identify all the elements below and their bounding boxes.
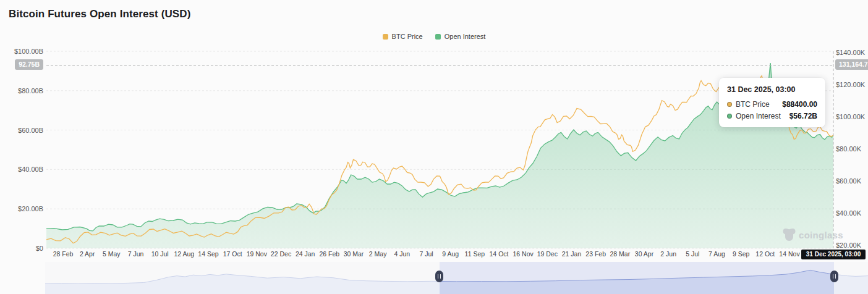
x-axis-tick-label: 7 Jul (419, 250, 433, 258)
x-axis-tick-label: 9 Sep (733, 250, 749, 258)
left-axis-tick-label: $20.00B (5, 205, 43, 212)
left-axis-tick-label: $40.00B (5, 166, 43, 173)
x-axis-tick-label: 2 May (369, 250, 387, 258)
navigator-handle-left[interactable] (435, 271, 443, 282)
tooltip-row-open-interest: Open Interest $56.72B (727, 112, 817, 120)
x-axis-tick-label: 14 Nov (779, 250, 799, 258)
x-axis-tick-label: 4 Jun (394, 250, 410, 258)
chart-tooltip: 31 Dec 2025, 03:00 BTC Price $88400.00 O… (719, 78, 825, 127)
x-axis-tick-label: 12 Aug (174, 250, 194, 258)
x-axis-tick-label: 30 Apr (635, 250, 653, 258)
x-axis-tick-label: 26 Feb (319, 250, 339, 258)
x-axis-tick-label: 2 Jun (660, 250, 676, 258)
open-interest-dot-icon (727, 114, 732, 119)
x-axis-tick-label: 9 Aug (442, 250, 459, 258)
tooltip-row-btc-price: BTC Price $88400.00 (727, 100, 817, 109)
x-axis-tick-label: 17 Oct (223, 250, 242, 258)
main-chart-plot (0, 0, 868, 262)
navigator-unselected-left[interactable] (45, 262, 440, 294)
range-navigator[interactable] (45, 262, 868, 294)
left-axis-tick-label: $100.00B (5, 48, 43, 55)
x-axis-tick-label: 23 Feb (585, 250, 606, 258)
x-axis-tick-label: 19 Nov (247, 250, 267, 258)
x-axis-tick-label: 28 Mar (610, 250, 630, 258)
right-axis-tick-label: $140.00K (836, 49, 865, 56)
x-axis-tick-label: 12 Oct (755, 250, 775, 258)
tooltip-value: $88400.00 (782, 100, 817, 109)
x-axis-tick-label: 2 Apr (80, 250, 95, 258)
navigator-handle-right[interactable] (830, 271, 838, 282)
right-axis-tick-label: $40.00K (836, 209, 861, 217)
navigator-unselected-right[interactable] (834, 262, 868, 294)
x-axis-tick-label: 14 Sep (198, 250, 218, 258)
left-axis-tick-label: $60.00B (5, 127, 43, 134)
x-axis-tick-label: 5 May (103, 250, 121, 258)
right-axis-tick-label: $20.00K (836, 242, 861, 249)
crosshair-left-value-badge: 92.75B (15, 59, 43, 70)
x-axis-tick-label: 30 Mar (344, 250, 364, 258)
x-axis-tick-label: 22 Dec (271, 250, 291, 258)
crosshair-time-badge: 31 Dec 2025, 03:00 (801, 250, 866, 259)
coinglass-chart-page: Bitcoin Futures Open Interest (USD) BTC … (0, 0, 868, 294)
tooltip-timestamp: 31 Dec 2025, 03:00 (727, 85, 817, 94)
tooltip-label: Open Interest (736, 112, 781, 120)
x-axis-tick-label: 24 Jan (296, 250, 315, 258)
navigator-selected-range[interactable] (440, 262, 835, 294)
left-axis-tick-label: $80.00B (5, 87, 43, 94)
crosshair-right-value-badge: 131,164.74 (835, 59, 868, 70)
tooltip-value: $56.72B (789, 112, 817, 120)
right-axis-tick-label: $120.00K (836, 81, 865, 88)
x-axis-tick-label: 28 Feb (53, 250, 74, 258)
watermark-text: coinglass (799, 230, 843, 240)
x-axis-tick-label: 7 Aug (708, 250, 725, 258)
coinglass-watermark: coinglass (783, 228, 843, 242)
coinglass-logo-icon (783, 228, 796, 242)
x-axis-tick-label: 10 Jul (151, 250, 169, 258)
right-axis-tick-label: $80.00K (836, 145, 861, 153)
right-axis-tick-label: $100.00K (836, 113, 865, 120)
x-axis-tick-label: 7 Jun (128, 250, 144, 258)
x-axis-tick-label: 14 Oct (490, 250, 509, 258)
x-axis-tick-label: 11 Sep (465, 250, 485, 258)
x-axis-tick-label: 19 Dec (537, 250, 558, 258)
right-axis-tick-label: $60.00K (836, 177, 861, 185)
left-axis-tick-label: $0 (5, 245, 43, 252)
btc-price-dot-icon (727, 102, 732, 107)
x-axis-tick-label: 5 Jul (686, 250, 699, 258)
x-axis-tick-label: 16 Nov (513, 250, 534, 258)
x-axis-tick-label: 21 Jan (562, 250, 582, 258)
tooltip-label: BTC Price (736, 100, 770, 109)
